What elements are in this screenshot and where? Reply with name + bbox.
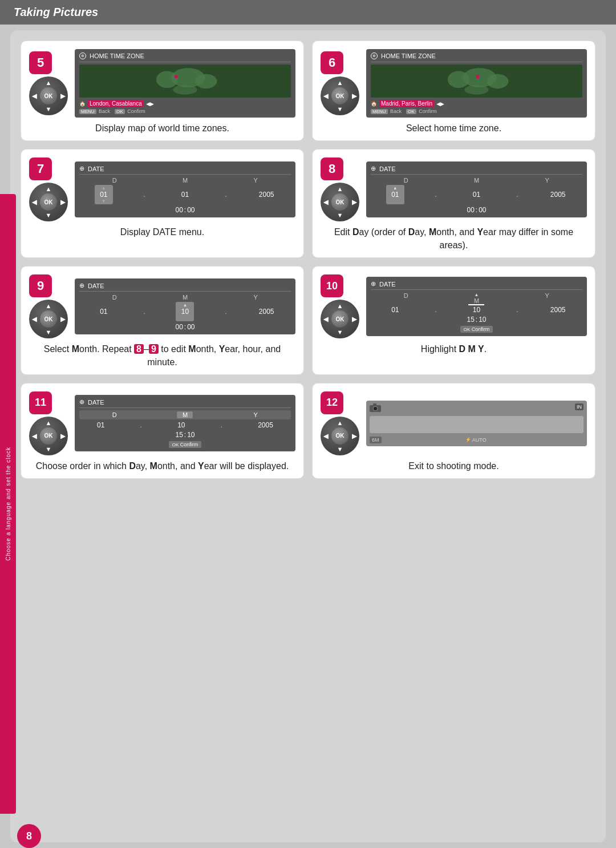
val-m-10: 10: [467, 306, 485, 314]
step-8-navpad[interactable]: ▲ ▼ ◀ ▶ OK: [321, 183, 359, 221]
val-y-9: 2005: [257, 308, 275, 316]
svg-point-14: [374, 407, 376, 410]
step-9-badge: 9: [29, 274, 52, 297]
arrow-down-icon: ▼: [337, 446, 343, 453]
col-m-9: M: [176, 294, 194, 301]
col-y-9: Y: [246, 294, 265, 301]
val-min-7: 00: [187, 206, 194, 214]
step-8-cell: 8 ▲ ▼ ◀ ▶ OK: [312, 149, 595, 258]
step-10-badge: 10: [321, 274, 343, 297]
arrow-right-icon: ▶: [60, 432, 65, 439]
content-area: 5 ▲ ▼ ◀ ▶ OK: [10, 30, 606, 842]
arrow-left-icon: ◀: [323, 92, 328, 100]
step-12-navpad[interactable]: ▲ ▼ ◀ ▶ OK: [321, 417, 359, 455]
camera-in-badge: IN: [575, 403, 583, 410]
sep-8a: .: [435, 191, 436, 199]
camera-icon: [370, 403, 381, 413]
svg-point-10: [464, 85, 488, 95]
arrow-down-icon: ▼: [46, 446, 52, 453]
arrow-left-icon: ◀: [323, 199, 328, 206]
val-min-9: 00: [187, 323, 194, 331]
svg-point-9: [487, 74, 508, 88]
svg-rect-15: [373, 403, 376, 406]
arrow-right-icon: ▶: [352, 92, 356, 100]
step-9-caption: Select Month. Repeat 8–9 to edit Month, …: [29, 343, 295, 369]
val-d-7: ▲ 01 ▼: [95, 185, 113, 204]
step-5-badge: 5: [29, 51, 52, 74]
col-y-7: Y: [246, 177, 265, 184]
step-5-screen-title: HOME TIME ZONE: [90, 53, 144, 59]
step-5-city: London, Casablanca: [88, 100, 144, 107]
page-number-badge: 8: [17, 824, 41, 848]
arrow-left-icon: ◀: [323, 432, 328, 439]
arrow-down-icon: ▼: [46, 329, 52, 336]
val-d-8: ▲ 01 ▼: [386, 185, 404, 204]
arrow-down-icon: ▼: [46, 212, 52, 219]
steps-grid: 5 ▲ ▼ ◀ ▶ OK: [21, 41, 595, 479]
sep-t-9: :: [184, 323, 186, 331]
step-6-cell: 6 ▲ ▼ ◀ ▶ OK: [312, 41, 595, 141]
sidebar: Choose a language and set the clock: [0, 194, 16, 814]
sep-8b: .: [516, 191, 518, 199]
step-8-badge: 8: [321, 158, 343, 180]
step-12-badge: 12: [321, 391, 343, 414]
step-7-navpad[interactable]: ▲ ▼ ◀ ▶ OK: [29, 183, 68, 221]
sep-t-11: :: [184, 431, 186, 439]
val-h-10: 15: [467, 316, 474, 324]
step-6-menu-confirm: OK Confirm: [406, 108, 437, 114]
arrow-left-icon: ◀: [32, 316, 37, 323]
step-6-city: Madrid, Paris, Berlin: [379, 100, 434, 107]
arrow-right-icon: ▶: [352, 199, 356, 206]
date-icon-8: ⊕: [371, 165, 376, 172]
step-9-screen: ⊕ DATE D M Y 01 . ▲: [75, 278, 295, 334]
step-12-caption: Exit to shooting mode.: [406, 460, 501, 473]
sep-7a: .: [143, 191, 145, 199]
dmy-y-11: Y: [248, 411, 264, 418]
col-d-9: D: [106, 294, 124, 301]
col-m-8: M: [467, 177, 485, 184]
step-6-map: [371, 64, 582, 98]
arrow-right-icon: ▶: [60, 199, 65, 206]
step-5-cell: 5 ▲ ▼ ◀ ▶ OK: [21, 41, 304, 141]
arrow-left-icon: ◀: [32, 92, 37, 100]
step-11-navpad[interactable]: ▲ ▼ ◀ ▶ OK: [29, 417, 68, 455]
sep-t-7: :: [184, 206, 186, 214]
step-5-map: [79, 64, 291, 98]
step-6-badge: 6: [321, 51, 343, 74]
dmy-m-11: M: [177, 411, 193, 418]
sep-11a: .: [140, 421, 142, 429]
step-5-menu-confirm: OK Confirm: [115, 108, 145, 114]
val-y-10: 2005: [549, 306, 567, 314]
header-bar: Taking Pictures: [0, 0, 616, 25]
val-m-7: 01: [176, 191, 194, 199]
step-8-screen: ⊕ DATE D M Y ▲ 01 ▼: [366, 161, 587, 217]
step-6-screen-title: HOME TIME ZONE: [381, 53, 436, 59]
col-d-10: D: [398, 292, 414, 305]
val-d-11: 01: [97, 421, 104, 429]
step-9-cell: 9 ▲ ▼ ◀ ▶ OK: [21, 266, 304, 375]
arrow-down-icon: ▼: [337, 329, 343, 336]
step-7-caption: Display DATE menu.: [118, 226, 206, 239]
sep-10b: .: [516, 306, 518, 314]
svg-point-3: [195, 74, 217, 88]
step-12-screen: IN 6M ⚡AUTO: [366, 401, 587, 446]
step-6-navpad[interactable]: ▲ ▼ ◀ ▶ OK: [321, 76, 359, 115]
step-10-navpad[interactable]: ▲ ▼ ◀ ▶ OK: [321, 300, 359, 338]
sidebar-label: Choose a language and set the clock: [5, 447, 11, 561]
step-10-date-title: DATE: [379, 281, 396, 288]
step-10-caption: Highlight D M Y.: [419, 343, 489, 356]
step-11-caption: Choose order in which Day, Month, and Ye…: [34, 460, 291, 473]
viewfinder: [370, 416, 583, 433]
arrow-up-icon: ▲: [337, 302, 343, 309]
step-7-date-title: DATE: [88, 165, 104, 172]
arrow-up-icon: ▲: [46, 185, 52, 192]
step-11-confirm: OK Confirm: [169, 441, 202, 448]
step-5-navpad[interactable]: ▲ ▼ ◀ ▶ OK: [29, 76, 68, 115]
step-9-navpad[interactable]: ▲ ▼ ◀ ▶ OK: [29, 300, 68, 338]
step-7-badge: 7: [29, 158, 52, 180]
col-d-7: D: [106, 177, 124, 184]
step-7-cell: 7 ▲ ▼ ◀ ▶ OK: [21, 149, 304, 258]
arrow-up-icon: ▲: [337, 79, 343, 86]
date-icon-10: ⊕: [371, 280, 376, 288]
arrow-up-icon: ▲: [46, 79, 52, 86]
